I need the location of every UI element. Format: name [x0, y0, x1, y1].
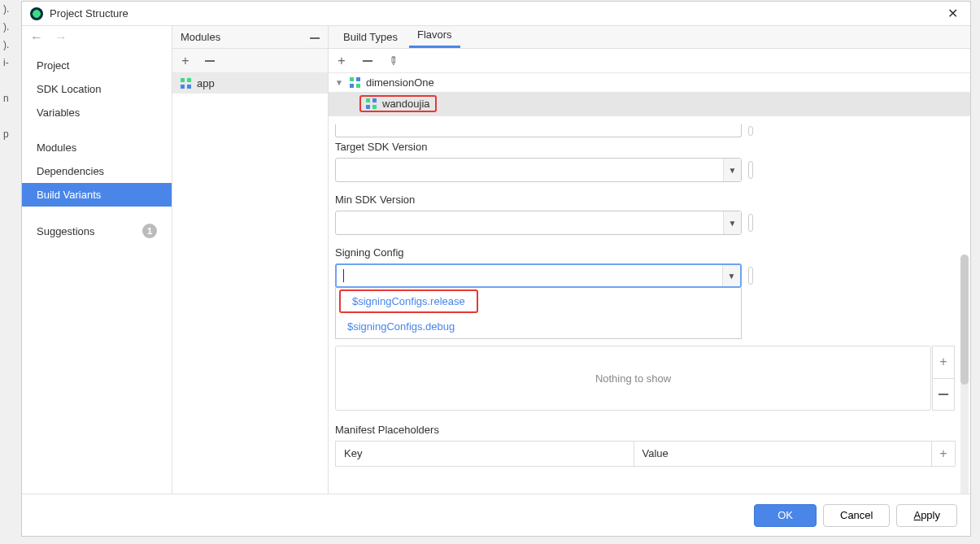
highlight-annotation: wandoujia — [359, 95, 437, 112]
app-icon — [30, 7, 43, 20]
empty-message: Nothing to show — [595, 372, 671, 385]
edit-icon[interactable]: ✎ — [387, 54, 400, 68]
min-sdk-select[interactable]: ▼ — [335, 211, 742, 235]
nav-project[interactable]: Project — [22, 54, 172, 77]
signing-config-dropdown: $signingConfigs.release $signingConfigs.… — [335, 288, 742, 339]
nav-suggestions-label: Suggestions — [37, 225, 95, 237]
close-icon[interactable]: ✕ — [943, 6, 962, 21]
field-handle[interactable] — [748, 267, 753, 285]
module-icon — [181, 78, 192, 89]
min-sdk-label: Min SDK Version — [335, 194, 956, 206]
nav-variables[interactable]: Variables — [22, 101, 172, 124]
modules-header: Modules — [181, 31, 220, 43]
field-handle[interactable] — [748, 214, 753, 232]
nav-build-variants[interactable]: Build Variants — [22, 183, 172, 207]
manifest-table-header: Key Value + — [335, 441, 956, 467]
chevron-down-icon: ▼ — [723, 211, 741, 234]
chevron-down-icon: ▼ — [723, 159, 741, 181]
dropdown-item-release[interactable]: $signingConfigs.release — [341, 291, 477, 311]
remove-module-icon[interactable] — [203, 54, 216, 68]
scrollbar[interactable] — [960, 255, 969, 494]
nav-sdk-location[interactable]: SDK Location — [22, 77, 172, 101]
window-title: Project Structure — [50, 7, 943, 20]
col-key: Key — [336, 442, 634, 466]
dropdown-item-debug[interactable]: $signingConfigs.debug — [336, 315, 741, 338]
flavor-icon — [366, 98, 377, 110]
target-sdk-label: Target SDK Version — [335, 141, 956, 153]
forward-icon[interactable]: → — [54, 30, 68, 45]
remove-row-icon[interactable] — [933, 379, 954, 411]
nav-sidebar: ← → Project SDK Location Variables Modul… — [22, 26, 172, 494]
chevron-down-icon: ▼ — [722, 265, 740, 286]
col-value: Value — [634, 442, 933, 466]
empty-table: Nothing to show + — [335, 346, 931, 411]
nav-suggestions[interactable]: Suggestions 1 — [22, 218, 172, 244]
manifest-placeholders-label: Manifest Placeholders — [335, 424, 956, 436]
add-module-icon[interactable]: + — [179, 54, 192, 68]
tree-flavor[interactable]: wandoujia — [329, 92, 970, 115]
hidden-field-partial[interactable] — [335, 124, 742, 137]
field-handle[interactable] — [748, 126, 753, 136]
apply-button[interactable]: Apply — [896, 504, 957, 527]
suggestions-badge: 1 — [142, 224, 157, 238]
target-sdk-select[interactable]: ▼ — [335, 158, 742, 182]
detail-panel: Build Types Flavors + ✎ ▼ dimensionOne w… — [329, 26, 970, 494]
add-row-icon[interactable]: + — [933, 346, 954, 379]
scrollbar-thumb[interactable] — [960, 255, 969, 385]
tree-dimension[interactable]: ▼ dimensionOne — [329, 73, 970, 92]
modules-panel: Modules + app — [172, 26, 329, 494]
tab-flavors[interactable]: Flavors — [409, 24, 460, 48]
tab-build-types[interactable]: Build Types — [335, 26, 406, 48]
add-flavor-icon[interactable]: + — [335, 54, 348, 68]
remove-flavor-icon[interactable] — [361, 54, 374, 68]
nav-dependencies[interactable]: Dependencies — [22, 159, 172, 183]
module-item-app[interactable]: app — [172, 73, 328, 94]
titlebar: Project Structure ✕ — [22, 2, 970, 26]
highlight-annotation: $signingConfigs.release — [339, 289, 478, 313]
signing-config-label: Signing Config — [335, 246, 956, 259]
ok-button[interactable]: OK — [754, 504, 817, 527]
tree-dimension-label: dimensionOne — [366, 76, 434, 89]
project-structure-dialog: Project Structure ✕ ← → Project SDK Loca… — [21, 1, 971, 537]
cancel-button[interactable]: Cancel — [823, 504, 890, 527]
back-icon[interactable]: ← — [30, 30, 43, 45]
caret-down-icon: ▼ — [335, 78, 343, 87]
field-handle[interactable] — [748, 161, 753, 179]
dimension-icon — [350, 77, 361, 89]
add-placeholder-icon[interactable]: + — [932, 442, 955, 466]
nav-modules[interactable]: Modules — [22, 136, 172, 159]
collapse-icon[interactable] — [310, 31, 320, 43]
module-label: app — [197, 77, 215, 89]
background-text: ).).).i- n p — [0, 0, 21, 544]
signing-config-select[interactable]: ▼ — [335, 263, 742, 288]
text-cursor — [343, 269, 344, 282]
tree-flavor-label: wandoujia — [382, 98, 430, 110]
